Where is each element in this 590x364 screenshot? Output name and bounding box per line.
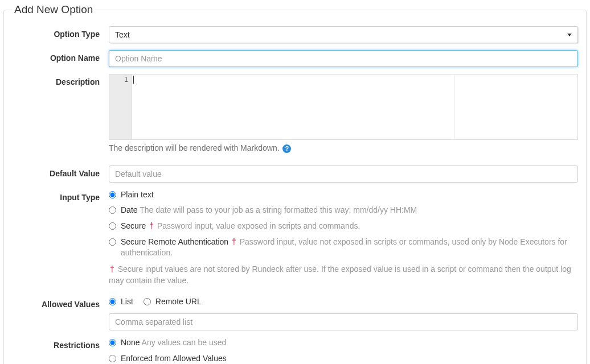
radio-secure-hint: Password input, value exposed in scripts… bbox=[157, 221, 360, 230]
panel-legend: Add New Option bbox=[12, 3, 95, 16]
add-new-option-panel: Add New Option Option Type Text Option N… bbox=[3, 3, 587, 364]
description-help: The description will be rendered with Ma… bbox=[109, 143, 578, 153]
radio-date[interactable] bbox=[109, 206, 116, 214]
label-option-name: Option Name bbox=[12, 50, 109, 63]
editor-cursor bbox=[133, 76, 134, 84]
description-editor[interactable]: 1 bbox=[109, 74, 578, 140]
row-input-type: Input Type Plain text Date The date will… bbox=[12, 189, 578, 287]
radio-plain-text-label: Plain text bbox=[121, 189, 154, 201]
radio-date-hint-text: The date will pass to your job as a stri… bbox=[140, 205, 417, 214]
editor-textarea[interactable] bbox=[132, 75, 577, 139]
radio-allowed-remote-label: Remote URL bbox=[155, 296, 202, 308]
radio-secure-remote[interactable] bbox=[109, 238, 116, 246]
radio-plain-text[interactable] bbox=[109, 191, 116, 198]
option-type-value: Text bbox=[115, 30, 130, 39]
radio-allowed-remote[interactable] bbox=[144, 298, 151, 305]
label-allowed-values: Allowed Values bbox=[12, 296, 109, 309]
option-name-input[interactable] bbox=[109, 50, 578, 67]
row-option-name: Option Name bbox=[12, 50, 578, 67]
row-option-type: Option Type Text bbox=[12, 26, 578, 43]
radio-date-label: Date bbox=[121, 205, 138, 214]
option-type-select[interactable]: Text bbox=[109, 26, 578, 43]
editor-gutter: 1 bbox=[109, 75, 132, 139]
radio-restrictions-none[interactable] bbox=[109, 339, 116, 346]
input-type-note: † Secure input values are not stored by … bbox=[109, 263, 578, 287]
radio-secure[interactable] bbox=[109, 222, 116, 230]
allowed-values-list-input[interactable] bbox=[109, 313, 578, 330]
radio-secure-label: Secure bbox=[121, 221, 146, 230]
radio-allowed-list-label: List bbox=[121, 296, 133, 308]
help-icon[interactable]: ? bbox=[282, 144, 291, 153]
input-type-note-text: Secure input values are not stored by Ru… bbox=[109, 264, 571, 285]
dagger-icon: † bbox=[232, 237, 236, 246]
radio-restrictions-none-label: None bbox=[121, 338, 140, 347]
description-help-text: The description will be rendered with Ma… bbox=[109, 143, 280, 152]
label-description: Description bbox=[12, 74, 109, 86]
radio-restrictions-enforced[interactable] bbox=[109, 355, 116, 362]
radio-restrictions-enforced-label: Enforced from Allowed Values bbox=[121, 353, 227, 364]
radio-secure-remote-label: Secure Remote Authentication bbox=[121, 237, 228, 246]
dagger-icon: † bbox=[110, 264, 114, 274]
line-number: 1 bbox=[109, 76, 128, 84]
radio-allowed-list[interactable] bbox=[109, 298, 116, 305]
row-default-value: Default Value bbox=[12, 166, 578, 183]
row-description: Description 1 The description will be re… bbox=[12, 74, 578, 153]
editor-print-margin bbox=[454, 75, 454, 139]
dagger-icon: † bbox=[149, 221, 154, 230]
label-default-value: Default Value bbox=[12, 166, 109, 178]
radio-restrictions-none-hint-text: Any values can be used bbox=[142, 338, 227, 347]
row-restrictions: Restrictions None Any values can be used… bbox=[12, 337, 578, 364]
label-option-type: Option Type bbox=[12, 26, 109, 39]
label-input-type: Input Type bbox=[12, 189, 109, 202]
default-value-input[interactable] bbox=[109, 166, 578, 183]
row-allowed-values: Allowed Values List Remote URL bbox=[12, 296, 578, 330]
chevron-down-icon bbox=[567, 34, 572, 36]
label-restrictions: Restrictions bbox=[12, 337, 109, 350]
